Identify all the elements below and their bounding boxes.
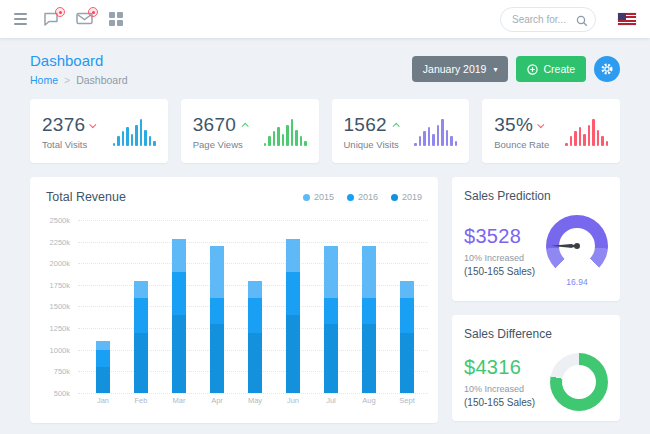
trend-down-icon (90, 121, 97, 128)
stat-label: Unique Visits (344, 139, 399, 150)
breadcrumb: Home > Dashboard (30, 74, 128, 86)
y-axis-tick: 2000k (42, 259, 70, 268)
stat-label: Total Visits (42, 139, 96, 150)
y-axis-tick: 2500k (42, 216, 70, 225)
revenue-plot: 2500k2250k2000k1750k1500k1250k1000k750k5… (42, 220, 428, 393)
grid-icon[interactable] (109, 12, 123, 26)
hamburger-icon[interactable] (14, 13, 27, 25)
legend-dot (391, 194, 398, 201)
stat-mini-bar-chart (113, 118, 156, 146)
bar-column: Feb (133, 220, 149, 393)
bar-column: Aug (361, 220, 377, 393)
gauge-value: 16.94 (546, 277, 608, 287)
stat-card: 1562 Unique Visits (332, 99, 470, 163)
stat-card: 3670 Page Views (181, 99, 319, 163)
bar-segment-2019 (134, 333, 148, 394)
card-title: Sales Difference (464, 327, 608, 341)
y-axis-tick: 750k (42, 367, 70, 376)
bar-column: May (247, 220, 263, 393)
stat-value: 1562 (344, 114, 387, 136)
bar-segment-2016 (210, 298, 224, 324)
mail-icon[interactable] (76, 11, 93, 27)
bar-column: Apr (209, 220, 225, 393)
bar-segment-2019 (210, 324, 224, 393)
prediction-amount: $3528 (464, 225, 535, 248)
month-dropdown-button[interactable]: January 2019 ▾ (412, 56, 509, 82)
trend-up-icon (242, 122, 249, 129)
bar-segment-2015 (210, 246, 224, 298)
gear-icon (600, 62, 614, 76)
bar-segment-2019 (286, 315, 300, 393)
x-axis-label: Jul (326, 396, 336, 405)
x-axis-label: May (248, 396, 262, 405)
bar-segment-2016 (96, 350, 110, 367)
legend-dot (303, 194, 310, 201)
x-axis-label: Aug (362, 396, 375, 405)
us-flag-icon[interactable] (618, 13, 636, 25)
y-axis-tick: 1500k (42, 302, 70, 311)
notification-badge (55, 7, 65, 17)
stat-value: 35% (494, 114, 533, 136)
sales-donut-chart (550, 353, 608, 411)
search-icon[interactable] (576, 13, 588, 31)
stats-row: 2376 Total Visits 3670 Page Views 1562 U… (30, 99, 620, 163)
bar-segment-2015 (96, 341, 110, 350)
difference-amount: $4316 (464, 356, 535, 379)
caret-down-icon: ▾ (493, 65, 497, 74)
bar-segment-2015 (248, 281, 262, 298)
difference-change: 10% Increased (464, 384, 535, 394)
y-axis-tick: 2250k (42, 238, 70, 247)
x-axis-label: Apr (211, 396, 223, 405)
stat-mini-bar-chart (414, 118, 457, 146)
breadcrumb-home-link[interactable]: Home (30, 74, 58, 86)
stat-card: 2376 Total Visits (30, 99, 168, 163)
bar-segment-2019 (324, 324, 338, 393)
x-axis-label: Feb (135, 396, 148, 405)
bar-column: Mar (171, 220, 187, 393)
legend-item[interactable]: 2015 (303, 192, 334, 202)
x-axis-label: Jun (287, 396, 299, 405)
y-axis-tick: 1250k (42, 324, 70, 333)
legend-item[interactable]: 2016 (347, 192, 378, 202)
revenue-bars: JanFebMarAprMayJunJulAugSept (84, 220, 426, 393)
create-button[interactable]: Create (516, 56, 586, 82)
chat-icon[interactable] (43, 11, 60, 27)
sales-difference-card: Sales Difference $4316 10% Increased (15… (452, 315, 620, 421)
chart-title: Total Revenue (46, 190, 126, 204)
settings-button[interactable] (594, 56, 620, 82)
x-axis-label: Sept (399, 396, 414, 405)
legend-item[interactable]: 2019 (391, 192, 422, 202)
bar-segment-2015 (286, 239, 300, 272)
stat-value: 2376 (42, 114, 85, 136)
difference-range: (150-165 Sales) (464, 397, 535, 408)
y-axis-tick: 500k (42, 389, 70, 398)
top-navbar (0, 0, 650, 38)
y-axis-tick: 1750k (42, 281, 70, 290)
bar-segment-2016 (172, 272, 186, 315)
bar-segment-2019 (96, 367, 110, 393)
bar-segment-2019 (248, 333, 262, 394)
stat-label: Bounce Rate (494, 139, 549, 150)
prediction-change: 10% Increased (464, 253, 535, 263)
notification-badge (88, 7, 98, 17)
sales-gauge: 16.94 (546, 215, 608, 287)
breadcrumb-current: Dashboard (76, 74, 127, 86)
sales-prediction-card: Sales Prediction $3528 10% Increased (15… (452, 177, 620, 301)
bar-column: Jul (323, 220, 339, 393)
bar-column: Jan (95, 220, 111, 393)
bar-segment-2015 (324, 246, 338, 298)
total-revenue-card: Total Revenue 201520162019 2500k2250k200… (30, 177, 438, 423)
trend-up-icon (393, 122, 400, 129)
y-axis-tick: 1000k (42, 346, 70, 355)
page-content: Dashboard Home > Dashboard January 2019 … (0, 38, 650, 423)
prediction-range: (150-165 Sales) (464, 266, 535, 277)
bar-segment-2016 (286, 272, 300, 315)
card-title: Sales Prediction (464, 189, 608, 203)
stat-mini-bar-chart (565, 118, 608, 146)
bar-segment-2016 (362, 298, 376, 324)
bar-column: Sept (399, 220, 415, 393)
bar-segment-2016 (248, 298, 262, 333)
revenue-legend: 201520162019 (303, 192, 422, 202)
x-axis-label: Jan (97, 396, 109, 405)
bar-segment-2016 (134, 298, 148, 333)
